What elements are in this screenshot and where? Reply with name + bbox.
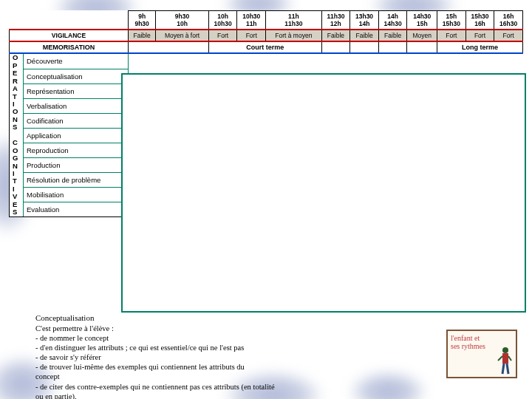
- vigilance-row: VIGILANCE FaibleMoyen à fort FortFort Fo…: [10, 30, 523, 41]
- note-line: - d'en distinguer les attributs ; ce qui…: [35, 343, 405, 352]
- time-col: 13h3014h: [350, 11, 379, 30]
- svg-line-3: [508, 356, 511, 361]
- time-col: 16h16h30: [494, 11, 523, 30]
- child-figure-icon: [494, 344, 513, 375]
- long-terme: Long terme: [437, 41, 523, 53]
- time-col: 10h10h30: [208, 11, 237, 30]
- time-col: 11h11h30: [266, 11, 322, 30]
- vigilance-label: VIGILANCE: [10, 30, 129, 41]
- time-col: 15h15h30: [437, 11, 466, 30]
- time-col: 14h3015h: [407, 11, 437, 30]
- time-col: 14h14h30: [378, 11, 407, 30]
- note-line: - de nommer le concept: [35, 333, 405, 343]
- time-col: 9h3010h: [156, 11, 209, 30]
- note-line: - de citer des contre-exemples qui ne co…: [35, 382, 405, 392]
- note-line: concept: [35, 372, 405, 381]
- svg-line-2: [498, 356, 502, 361]
- memorisation-label: MEMORISATION: [10, 41, 129, 53]
- operations-vertical-label: OPERATIONS COGNITIVES: [10, 53, 24, 216]
- time-col: 15h3016h: [466, 11, 494, 30]
- note-line: ou en partie).: [35, 392, 405, 399]
- note-line: C'est permettre à l'élève :: [35, 324, 405, 333]
- memorisation-row: MEMORISATION Court terme Long terme: [10, 41, 523, 53]
- note-title: Conceptualisation: [35, 313, 405, 324]
- court-terme: Court terme: [208, 41, 321, 53]
- time-col: 9h9h30: [129, 11, 156, 30]
- time-col: 10h3011h: [237, 11, 266, 30]
- note-line: - de savoir s'y référer: [35, 352, 405, 362]
- conceptualisation-note: Conceptualisation C'est permettre à l'él…: [35, 313, 405, 399]
- svg-line-5: [507, 364, 508, 374]
- svg-point-0: [502, 347, 508, 353]
- table-row: OPERATIONS COGNITIVESDécouverte: [10, 53, 523, 69]
- time-header-row: 9h9h30 9h3010h 10h10h30 10h3011h 11h11h3…: [10, 11, 523, 30]
- logo-box: l'enfant etses rythmes: [446, 330, 517, 378]
- white-overlay: [121, 73, 526, 313]
- svg-line-4: [502, 364, 504, 374]
- svg-rect-1: [502, 353, 508, 364]
- time-col: 11h3012h: [321, 11, 350, 30]
- note-line: - de trouver lui-même des exemples qui c…: [35, 362, 405, 372]
